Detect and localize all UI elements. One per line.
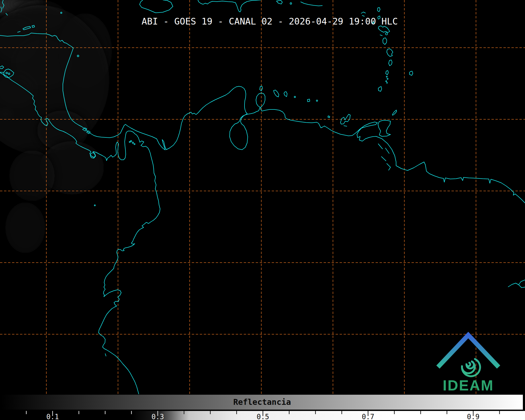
colorbar-gradient: Reflectancia (1, 394, 523, 411)
coastline (0, 72, 3, 72)
satellite-map: IDEAM (0, 0, 525, 394)
colorbar-tick-label: 0.7 (362, 413, 374, 420)
colorbar-tick-label: 0.9 (467, 413, 479, 420)
colorbar-title: Reflectancia (1, 397, 523, 407)
cloud-patch (5, 202, 45, 253)
satellite-image-viewport: IDEAM ABI - GOES 19 - CANAL 02 - 2026-04… (0, 0, 525, 420)
colorbar-tick-label: 0.3 (152, 413, 164, 420)
colorbar-axis: 0.10.30.50.70.9 (0, 411, 525, 420)
colorbar-tick-label: 0.1 (46, 413, 59, 420)
cloud-patch (9, 150, 55, 201)
reflectance-colorbar: Reflectancia 0.10.30.50.70.9 (0, 394, 525, 420)
title-bar: ABI - GOES 19 - CANAL 02 - 2026-04-29 19… (7, 16, 525, 27)
logo-text: IDEAM (443, 377, 494, 394)
colorbar-axis-strip: 0.10.30.50.70.9 (0, 411, 525, 420)
colorbar-tick-label: 0.5 (257, 413, 269, 420)
image-title: ABI - GOES 19 - CANAL 02 - 2026-04-29 19… (141, 16, 398, 27)
